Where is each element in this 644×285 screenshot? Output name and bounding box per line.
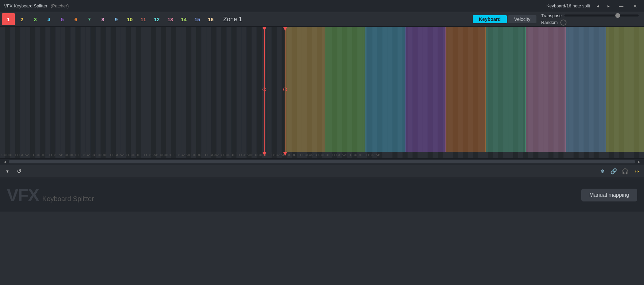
zone-tab-9[interactable]: 9 <box>110 13 123 25</box>
zone-tab-6[interactable]: 6 <box>69 13 82 25</box>
dropdown-button[interactable]: ▼ <box>3 167 12 176</box>
arrows-button[interactable]: ⇔ <box>632 167 641 176</box>
undo-button[interactable]: ↺ <box>14 167 24 176</box>
zone-tabs: 12345678910111213141516 <box>2 13 217 25</box>
svg-rect-1 <box>285 27 325 152</box>
zone-tab-2[interactable]: 2 <box>16 13 28 25</box>
svg-rect-2 <box>325 27 365 152</box>
svg-rect-5 <box>445 27 486 152</box>
headphones-button[interactable]: 🎧 <box>620 167 630 176</box>
transpose-slider[interactable] <box>564 14 639 17</box>
title-bar: VFX Keyboard Splitter (Patcher) Keyboard… <box>0 0 644 12</box>
preset-name: Keyboard/16 note split <box>547 3 590 8</box>
bottom-toolbar: ▼ ↺ ❄ 🔗 🎧 ⇔ <box>0 165 644 178</box>
zone-tab-4[interactable]: 4 <box>42 13 55 25</box>
scroll-left-button[interactable]: ◄ <box>1 159 8 164</box>
transpose-thumb[interactable] <box>615 13 620 18</box>
title-bar-controls: Keyboard/16 note split ◄ ► — ✕ <box>547 3 640 9</box>
minimize-button[interactable]: — <box>616 3 626 9</box>
note-labels: CCDDE FFGGAAB CCDDE FFGGAAB CCDDE FFGGAA… <box>0 152 644 158</box>
brand: VFX Keyboard Splitter <box>7 185 94 205</box>
main-piano-roll[interactable]: CCDDE FFGGAAB CCDDE FFGGAAB CCDDE FFGGAA… <box>0 27 644 158</box>
zone-tab-11[interactable]: 11 <box>137 13 150 25</box>
zone-tab-8[interactable]: 8 <box>96 13 109 25</box>
close-button[interactable]: ✕ <box>631 3 640 9</box>
note-label-text: CCDDE FFGGAAB CCDDE FFGGAAB CCDDE FFGGAA… <box>0 153 381 157</box>
zone-tab-14[interactable]: 14 <box>177 13 190 25</box>
prev-preset-button[interactable]: ◄ <box>595 3 601 9</box>
random-toggle[interactable] <box>560 20 566 26</box>
svg-rect-7 <box>526 27 566 152</box>
app-title: VFX Keyboard Splitter (Patcher) <box>4 3 69 8</box>
footer: VFX Keyboard Splitter Manual mapping <box>0 178 644 212</box>
transpose-section: Transpose Random <box>541 13 639 26</box>
random-label: Random <box>541 20 558 25</box>
brand-title: Keyboard Splitter <box>42 195 94 203</box>
scroll-track[interactable] <box>9 160 635 163</box>
scroll-right-button[interactable]: ► <box>636 159 643 164</box>
svg-rect-4 <box>405 27 445 152</box>
zone-visualization <box>0 27 644 158</box>
mode-buttons: Keyboard Velocity <box>473 15 536 23</box>
zone-tab-1[interactable]: 1 <box>2 13 15 25</box>
zone-tab-10[interactable]: 10 <box>123 13 136 25</box>
manual-mapping-button[interactable]: Manual mapping <box>581 189 637 201</box>
zone-tab-15[interactable]: 15 <box>191 13 204 25</box>
zone-tab-12[interactable]: 12 <box>150 13 163 25</box>
zone-row: 12345678910111213141516 Zone 1 Keyboard … <box>0 12 644 27</box>
svg-rect-3 <box>365 27 405 152</box>
transpose-label: Transpose <box>541 13 562 18</box>
zone-tab-3[interactable]: 3 <box>29 13 42 25</box>
horizontal-scrollbar[interactable]: ◄ ► <box>0 158 644 165</box>
keyboard-mode-button[interactable]: Keyboard <box>473 15 507 23</box>
svg-rect-8 <box>566 27 606 152</box>
svg-rect-6 <box>486 27 526 152</box>
zone-tab-16[interactable]: 16 <box>204 13 217 25</box>
snowflake-icon[interactable]: ❄ <box>597 167 607 176</box>
link-button[interactable]: 🔗 <box>609 167 618 176</box>
scroll-thumb[interactable] <box>9 160 635 163</box>
next-preset-button[interactable]: ► <box>606 3 612 9</box>
svg-rect-9 <box>606 27 644 152</box>
brand-vfx: VFX <box>7 185 39 205</box>
zone-tab-5[interactable]: 5 <box>56 13 69 25</box>
zone-tab-7[interactable]: 7 <box>83 13 96 25</box>
velocity-mode-button[interactable]: Velocity <box>508 15 536 23</box>
zone-label: Zone 1 <box>223 16 472 23</box>
zone-tab-13[interactable]: 13 <box>164 13 177 25</box>
